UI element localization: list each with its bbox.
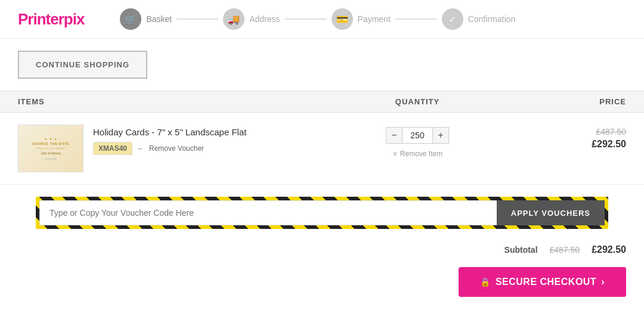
subtotal-original: £487.50 — [550, 245, 580, 255]
step-basket-label: Basket — [146, 14, 172, 24]
product-thumb-inner: ✦ ✦ ✦ CHANGE THE DATE Please join us to … — [18, 125, 83, 172]
price-col: £487.50 £292.50 — [507, 125, 626, 150]
remove-voucher-button[interactable]: Remove Voucher — [149, 144, 204, 153]
arrow-left-icon: ← — [137, 144, 144, 153]
remove-item-button[interactable]: ✕ Remove Item — [392, 150, 442, 158]
quantity-col: − 250 + ✕ Remove Item — [328, 125, 507, 158]
voucher-section-wrap: APPLY VOUCHERS — [0, 185, 644, 235]
x-icon: ✕ — [392, 150, 398, 158]
step-payment-label: Payment — [358, 14, 391, 24]
secure-checkout-button[interactable]: 🔒 SECURE CHECKOUT › — [459, 267, 626, 297]
step-line-2 — [285, 18, 327, 20]
checkout-arrow-icon: › — [601, 277, 605, 287]
subtotal-final: £292.50 — [592, 244, 626, 255]
thumb-date: 12.09.2021 — [45, 157, 57, 160]
continue-shopping-button[interactable]: CONTINUE SHOPPING — [18, 51, 147, 79]
checkout-label: SECURE CHECKOUT — [496, 277, 596, 287]
step-line-3 — [395, 18, 437, 20]
lock-icon: 🔒 — [480, 277, 491, 287]
step-payment-circle: 💳 — [332, 8, 353, 30]
thumb-subtitle: Please join us to celebrate — [37, 147, 65, 150]
col-header-price: PRICE — [507, 97, 626, 106]
quantity-value: 250 — [402, 127, 432, 144]
product-info: ✦ ✦ ✦ CHANGE THE DATE Please join us to … — [18, 125, 328, 172]
product-thumbnail: ✦ ✦ ✦ CHANGE THE DATE Please join us to … — [18, 125, 83, 172]
col-header-items: ITEMS — [18, 97, 328, 106]
product-name: Holiday Cards - 7" x 5" Landscape Flat — [93, 127, 246, 137]
header: Printerpix 🛒 Basket 🚚 Address 💳 Payment … — [0, 0, 644, 39]
quantity-decrease-button[interactable]: − — [386, 127, 402, 144]
voucher-applied-row: XMAS40 ← Remove Voucher — [93, 142, 246, 155]
step-basket-circle: 🛒 — [120, 8, 141, 30]
quantity-increase-button[interactable]: + — [432, 127, 449, 144]
remove-item-label: Remove Item — [400, 150, 442, 158]
voucher-section: APPLY VOUCHERS — [36, 197, 608, 229]
step-payment[interactable]: 💳 Payment — [332, 8, 391, 30]
price-final: £292.50 — [592, 139, 626, 150]
thumb-title: CHANGE THE DATE — [32, 142, 70, 145]
product-details: Holiday Cards - 7" x 5" Landscape Flat X… — [93, 125, 246, 155]
checkout-row: 🔒 SECURE CHECKOUT › — [0, 261, 644, 309]
stepper: 🛒 Basket 🚚 Address 💳 Payment ✓ Confirmat… — [120, 8, 626, 30]
step-address-circle: 🚚 — [223, 8, 244, 30]
thumb-decoration-top: ✦ ✦ ✦ — [44, 137, 57, 142]
apply-vouchers-button[interactable]: APPLY VOUCHERS — [497, 200, 605, 225]
voucher-input[interactable] — [39, 200, 497, 225]
product-row: ✦ ✦ ✦ CHANGE THE DATE Please join us to … — [0, 113, 644, 185]
price-original: £487.50 — [596, 127, 626, 137]
table-header: ITEMS QUANTITY PRICE — [0, 91, 644, 113]
step-confirmation-label: Confirmation — [468, 14, 515, 24]
col-header-quantity: QUANTITY — [328, 97, 507, 106]
thumb-names: John & Patricia — [41, 151, 61, 155]
step-confirmation[interactable]: ✓ Confirmation — [442, 8, 515, 30]
subtotal-row: Subtotal £487.50 £292.50 — [0, 235, 644, 261]
subtotal-label: Subtotal — [504, 245, 538, 255]
logo: Printerpix — [18, 10, 84, 29]
voucher-badge: XMAS40 — [93, 142, 132, 155]
step-basket[interactable]: 🛒 Basket — [120, 8, 172, 30]
step-line-1 — [177, 18, 218, 20]
voucher-inner: APPLY VOUCHERS — [39, 200, 605, 225]
quantity-control: − 250 + — [386, 127, 449, 144]
continue-btn-wrap: CONTINUE SHOPPING — [0, 39, 644, 91]
step-address-label: Address — [249, 14, 280, 24]
step-confirmation-circle: ✓ — [442, 8, 463, 30]
step-address[interactable]: 🚚 Address — [223, 8, 280, 30]
voucher-stripe-border: APPLY VOUCHERS — [36, 197, 608, 229]
